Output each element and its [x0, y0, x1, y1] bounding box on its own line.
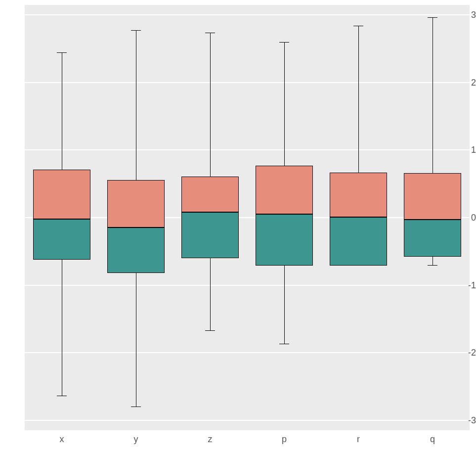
upper-whisker: [358, 26, 359, 172]
upper-cap: [279, 42, 289, 43]
upper-box: [181, 177, 239, 212]
grid-line: [25, 285, 470, 286]
upper-cap: [131, 30, 141, 31]
lower-box: [404, 220, 461, 257]
grid-line: [25, 82, 470, 83]
y-tick-label: 2: [457, 77, 476, 88]
grid-line: [25, 420, 470, 421]
lower-box: [330, 217, 387, 266]
lower-box: [33, 219, 90, 260]
x-tick-label: z: [208, 434, 213, 445]
median-line: [181, 212, 239, 213]
lower-box: [107, 227, 165, 272]
upper-box: [256, 166, 313, 214]
lower-cap: [205, 330, 215, 331]
upper-box: [33, 170, 90, 219]
upper-cap: [353, 26, 363, 26]
y-tick-label: 0: [457, 213, 476, 223]
lower-box: [256, 214, 313, 266]
upper-whisker: [62, 52, 62, 170]
grid-line: [25, 149, 470, 150]
lower-cap: [57, 396, 67, 396]
lower-whisker: [136, 273, 136, 407]
x-tick-label: p: [282, 434, 287, 445]
x-tick-label: y: [134, 434, 138, 445]
upper-whisker: [210, 33, 211, 177]
lower-box: [181, 212, 239, 258]
upper-box: [107, 180, 165, 228]
lower-cap: [428, 265, 437, 266]
y-tick-label: -2: [457, 348, 476, 358]
median-line: [404, 220, 461, 220]
boxplot-chart: -3-2-10123 xyzprq: [0, 0, 476, 453]
x-tick-label: q: [430, 434, 435, 445]
upper-whisker: [284, 42, 285, 166]
upper-whisker: [136, 30, 136, 180]
grid-line: [25, 352, 470, 353]
plot-area: [25, 5, 470, 430]
y-tick-label: -3: [457, 415, 476, 425]
lower-cap: [279, 344, 289, 344]
median-line: [256, 214, 313, 215]
lower-whisker: [210, 258, 211, 330]
y-tick-label: 1: [457, 145, 476, 155]
upper-cap: [428, 17, 437, 18]
x-tick-label: x: [60, 434, 64, 445]
lower-whisker: [433, 257, 433, 265]
upper-cap: [205, 33, 215, 33]
x-tick-label: r: [357, 434, 360, 445]
y-tick-label: 3: [457, 10, 476, 20]
grid-line: [25, 217, 470, 218]
median-line: [33, 219, 90, 220]
y-tick-label: -1: [457, 280, 476, 290]
upper-cap: [57, 52, 67, 53]
lower-whisker: [284, 266, 285, 344]
upper-whisker: [433, 17, 433, 173]
grid-line: [25, 14, 470, 15]
median-line: [107, 227, 165, 228]
lower-whisker: [62, 260, 62, 396]
upper-box: [404, 173, 461, 220]
lower-cap: [131, 407, 141, 407]
median-line: [330, 217, 387, 218]
upper-box: [330, 173, 387, 217]
